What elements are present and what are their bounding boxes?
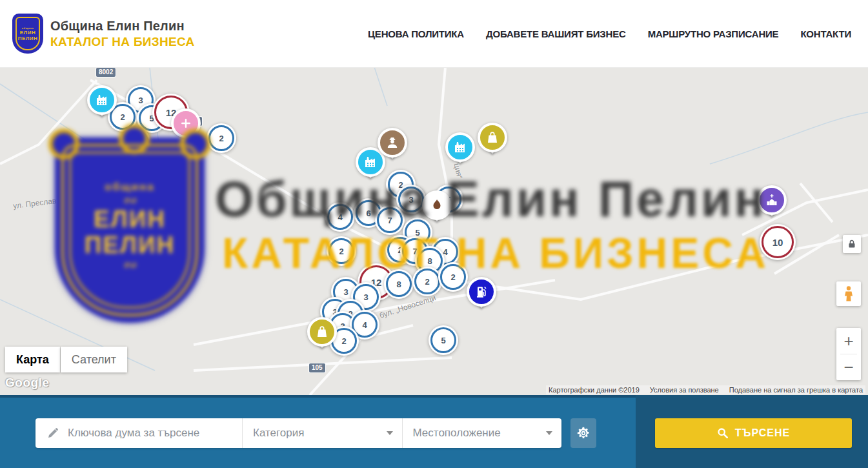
search-icon [717, 427, 729, 439]
shopping-bag-icon [485, 130, 500, 145]
nav-item-3[interactable]: МАРШРУТНО РАЗПИСАНИЕ [648, 28, 779, 39]
location-dropdown[interactable]: Местоположение [402, 418, 562, 448]
location-dropdown-value: Местоположение [413, 427, 501, 440]
category-pin[interactable] [307, 317, 337, 347]
crest-name-line2: ПЕЛИН [18, 36, 38, 41]
keyword-section [35, 418, 242, 448]
cluster-count: 3 [138, 96, 143, 105]
cluster-marker[interactable]: 7 [375, 205, 405, 235]
advanced-settings-button[interactable] [570, 418, 596, 448]
cluster-marker[interactable] [121, 127, 150, 157]
category-pin[interactable] [757, 185, 787, 215]
category-pin[interactable] [171, 108, 201, 138]
category-dropdown[interactable]: Категория [242, 418, 402, 448]
shopping-bag-icon [314, 324, 330, 340]
attribution-link-1[interactable]: Условия за ползване [650, 386, 719, 394]
cluster-count: 2 [339, 247, 343, 256]
cluster-count: 3 [409, 195, 413, 205]
cluster-marker[interactable]: 2 [412, 267, 442, 296]
map-attribution: Картографски данни ©2019Условия за ползв… [546, 385, 865, 394]
factory-icon [94, 92, 110, 108]
road-number-badge: 105 [309, 363, 325, 372]
cluster-count: 6 [366, 209, 370, 218]
lock-control-button[interactable] [843, 235, 861, 253]
site-subtitle: КАТАЛОГ НА БИЗНЕСА [50, 35, 195, 49]
category-dropdown-value: Категория [253, 427, 304, 440]
cluster-count: 4 [338, 212, 342, 222]
search-button[interactable]: ТЪРСЕНЕ [655, 418, 852, 448]
pegman-icon [842, 285, 856, 302]
gas-pump-icon [474, 284, 489, 300]
cluster-marker[interactable]: 4 [325, 202, 355, 232]
cluster-count: 2 [450, 272, 455, 282]
search-button-label: ТЪРСЕНЕ [735, 427, 790, 439]
beauty-icon [178, 116, 194, 131]
cluster-count: 2 [341, 336, 346, 346]
cluster-count: 7 [387, 216, 392, 225]
gear-icon [576, 426, 590, 440]
site-title: Община Елин Пелин [50, 19, 195, 34]
chevron-down-icon [387, 431, 393, 435]
attribution-link-2[interactable]: Подаване на сигнал за грешка в картата [729, 386, 863, 394]
municipality-crest-logo: община ЕЛИН ПЕЛИН [13, 14, 43, 53]
cluster-marker[interactable]: 2 [438, 262, 468, 292]
site-logo[interactable]: община ЕЛИН ПЕЛИН Община Елин Пелин КАТА… [13, 14, 195, 53]
nav-item-1[interactable]: ЦЕНОВА ПОЛИТИКА [368, 28, 464, 39]
category-pin[interactable] [378, 128, 407, 158]
crest-name-line1: ЕЛИН [20, 30, 35, 36]
church-icon [764, 192, 780, 208]
cluster-count: 5 [441, 336, 445, 345]
category-pin[interactable] [467, 277, 496, 307]
cluster-marker[interactable]: 2 [327, 236, 356, 266]
map-type-satellite-button[interactable]: Сателит [61, 347, 127, 372]
zoom-out-button[interactable]: − [836, 354, 861, 380]
google-map[interactable]: община ∾ ЕЛИН ПЕЛИН ∾ Община Елин Пелин … [0, 67, 868, 395]
cluster-marker[interactable]: 2 [207, 123, 236, 153]
factory-icon [363, 154, 378, 170]
nav-item-4[interactable]: КОНТАКТИ [800, 28, 851, 39]
zoom-control: + − [836, 328, 861, 380]
pencil-icon [47, 427, 59, 439]
cluster-count: 3 [363, 292, 368, 302]
map-type-map-button[interactable]: Карта [5, 347, 60, 372]
keyword-search-input[interactable] [66, 426, 242, 440]
factory-icon [452, 139, 468, 155]
search-bar: Категория Местоположение ТЪРСЕНЕ [0, 395, 868, 468]
cluster-count: 3 [343, 287, 348, 297]
main-nav: ЦЕНОВА ПОЛИТИКАДОБАВЕТЕ ВАШИЯТ БИЗНЕСМАР… [368, 28, 851, 39]
category-pin[interactable] [87, 85, 117, 115]
road-number-badge: 8002 [96, 68, 116, 77]
lock-icon [847, 239, 857, 249]
chevron-down-icon [546, 431, 552, 435]
cluster-count: 8 [396, 280, 401, 289]
google-logo[interactable]: Google [5, 376, 49, 390]
map-type-control: Карта Сателит [5, 347, 127, 372]
category-pin[interactable] [445, 132, 475, 162]
cluster-count: 4 [362, 320, 367, 330]
category-pin[interactable] [422, 190, 452, 220]
cluster-marker[interactable]: 10 [760, 224, 796, 260]
search-panel: Категория Местоположение [35, 418, 561, 448]
cluster-count: 2 [120, 112, 125, 122]
nav-item-2[interactable]: ДОБАВЕТЕ ВАШИЯТ БИЗНЕС [486, 28, 626, 39]
category-pin[interactable] [478, 123, 507, 152]
cluster-marker[interactable]: 5 [429, 325, 458, 355]
map-data-copyright: Картографски данни ©2019 [549, 386, 640, 394]
flame-icon [429, 198, 445, 213]
street-view-pegman[interactable] [836, 281, 861, 306]
cluster-marker[interactable]: 8 [384, 269, 414, 299]
cluster-count: 10 [772, 237, 783, 248]
zoom-in-button[interactable]: + [836, 328, 861, 354]
cluster-count: 8 [427, 256, 432, 266]
cluster-count: 2 [425, 277, 429, 287]
site-header: община ЕЛИН ПЕЛИН Община Елин Пелин КАТА… [0, 0, 868, 68]
worker-icon [385, 135, 400, 150]
cluster-count: 2 [219, 134, 223, 143]
